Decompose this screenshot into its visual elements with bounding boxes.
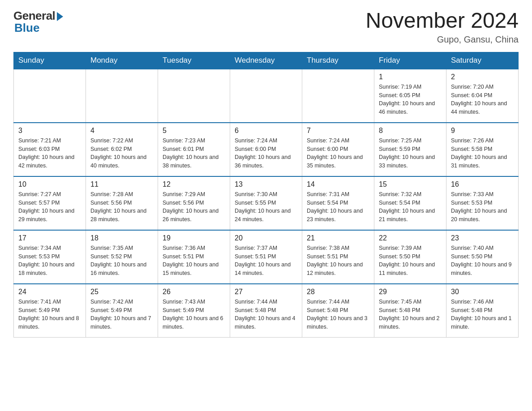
calendar-cell xyxy=(86,69,158,123)
calendar-cell: 14Sunrise: 7:31 AMSunset: 5:54 PMDayligh… xyxy=(302,176,374,230)
day-info: Sunrise: 7:31 AMSunset: 5:54 PMDaylight:… xyxy=(307,190,369,224)
week-row-2: 3Sunrise: 7:21 AMSunset: 6:03 PMDaylight… xyxy=(14,123,519,176)
day-number: 21 xyxy=(307,234,369,242)
day-number: 23 xyxy=(451,234,514,242)
day-number: 15 xyxy=(379,180,442,188)
calendar-cell: 1Sunrise: 7:19 AMSunset: 6:05 PMDaylight… xyxy=(374,69,446,123)
weekday-header-thursday: Thursday xyxy=(302,52,374,69)
day-number: 29 xyxy=(379,288,442,296)
weekday-header-monday: Monday xyxy=(86,52,158,69)
calendar-cell: 21Sunrise: 7:38 AMSunset: 5:51 PMDayligh… xyxy=(302,230,374,284)
day-number: 11 xyxy=(90,180,153,188)
day-info: Sunrise: 7:29 AMSunset: 5:56 PMDaylight:… xyxy=(163,190,225,224)
calendar-table: SundayMondayTuesdayWednesdayThursdayFrid… xyxy=(13,52,519,338)
day-number: 8 xyxy=(379,127,442,135)
day-number: 6 xyxy=(235,127,297,135)
day-number: 30 xyxy=(451,288,514,296)
day-info: Sunrise: 7:27 AMSunset: 5:57 PMDaylight:… xyxy=(18,190,81,224)
day-info: Sunrise: 7:45 AMSunset: 5:48 PMDaylight:… xyxy=(379,298,442,331)
weekday-header-row: SundayMondayTuesdayWednesdayThursdayFrid… xyxy=(14,52,519,69)
calendar-cell: 30Sunrise: 7:46 AMSunset: 5:48 PMDayligh… xyxy=(446,284,519,338)
weekday-header-tuesday: Tuesday xyxy=(158,52,230,69)
calendar-cell: 29Sunrise: 7:45 AMSunset: 5:48 PMDayligh… xyxy=(374,284,446,338)
weekday-header-sunday: Sunday xyxy=(14,52,86,69)
day-info: Sunrise: 7:28 AMSunset: 5:56 PMDaylight:… xyxy=(90,190,153,224)
weekday-header-saturday: Saturday xyxy=(446,52,519,69)
calendar-cell xyxy=(302,69,374,123)
day-info: Sunrise: 7:38 AMSunset: 5:51 PMDaylight:… xyxy=(307,244,369,278)
day-info: Sunrise: 7:44 AMSunset: 5:48 PMDaylight:… xyxy=(307,298,369,331)
day-info: Sunrise: 7:41 AMSunset: 5:49 PMDaylight:… xyxy=(18,298,81,331)
day-info: Sunrise: 7:34 AMSunset: 5:53 PMDaylight:… xyxy=(18,244,81,278)
calendar-cell: 20Sunrise: 7:37 AMSunset: 5:51 PMDayligh… xyxy=(230,230,302,284)
day-info: Sunrise: 7:30 AMSunset: 5:55 PMDaylight:… xyxy=(235,190,297,224)
calendar-cell: 17Sunrise: 7:34 AMSunset: 5:53 PMDayligh… xyxy=(14,230,86,284)
day-info: Sunrise: 7:39 AMSunset: 5:50 PMDaylight:… xyxy=(379,244,442,278)
day-info: Sunrise: 7:22 AMSunset: 6:02 PMDaylight:… xyxy=(90,137,153,170)
calendar-cell: 24Sunrise: 7:41 AMSunset: 5:49 PMDayligh… xyxy=(14,284,86,338)
calendar-cell xyxy=(230,69,302,123)
header: General Blue November 2024 Gupo, Gansu, … xyxy=(13,9,519,45)
day-number: 9 xyxy=(451,127,514,135)
day-info: Sunrise: 7:43 AMSunset: 5:49 PMDaylight:… xyxy=(163,298,225,331)
week-row-3: 10Sunrise: 7:27 AMSunset: 5:57 PMDayligh… xyxy=(14,176,519,230)
weekday-header-wednesday: Wednesday xyxy=(230,52,302,69)
day-info: Sunrise: 7:24 AMSunset: 6:00 PMDaylight:… xyxy=(235,137,297,170)
location: Gupo, Gansu, China xyxy=(365,34,519,45)
week-row-5: 24Sunrise: 7:41 AMSunset: 5:49 PMDayligh… xyxy=(14,284,519,338)
day-info: Sunrise: 7:35 AMSunset: 5:52 PMDaylight:… xyxy=(90,244,153,278)
calendar-cell: 6Sunrise: 7:24 AMSunset: 6:00 PMDaylight… xyxy=(230,123,302,176)
day-info: Sunrise: 7:23 AMSunset: 6:01 PMDaylight:… xyxy=(163,137,225,170)
calendar-cell: 18Sunrise: 7:35 AMSunset: 5:52 PMDayligh… xyxy=(86,230,158,284)
weekday-header-friday: Friday xyxy=(374,52,446,69)
day-info: Sunrise: 7:36 AMSunset: 5:51 PMDaylight:… xyxy=(163,244,225,278)
calendar-cell xyxy=(158,69,230,123)
calendar-cell xyxy=(14,69,86,123)
day-info: Sunrise: 7:40 AMSunset: 5:50 PMDaylight:… xyxy=(451,244,514,278)
day-info: Sunrise: 7:33 AMSunset: 5:53 PMDaylight:… xyxy=(451,190,514,224)
day-number: 14 xyxy=(307,180,369,188)
day-number: 17 xyxy=(18,234,81,242)
calendar-cell: 11Sunrise: 7:28 AMSunset: 5:56 PMDayligh… xyxy=(86,176,158,230)
day-info: Sunrise: 7:26 AMSunset: 5:58 PMDaylight:… xyxy=(451,137,514,170)
calendar-cell: 5Sunrise: 7:23 AMSunset: 6:01 PMDaylight… xyxy=(158,123,230,176)
calendar-cell: 10Sunrise: 7:27 AMSunset: 5:57 PMDayligh… xyxy=(14,176,86,230)
day-info: Sunrise: 7:42 AMSunset: 5:49 PMDaylight:… xyxy=(90,298,153,331)
day-info: Sunrise: 7:21 AMSunset: 6:03 PMDaylight:… xyxy=(18,137,81,170)
day-number: 12 xyxy=(163,180,225,188)
day-number: 24 xyxy=(18,288,81,296)
calendar-cell: 16Sunrise: 7:33 AMSunset: 5:53 PMDayligh… xyxy=(446,176,519,230)
day-number: 26 xyxy=(163,288,225,296)
day-number: 7 xyxy=(307,127,369,135)
day-info: Sunrise: 7:37 AMSunset: 5:51 PMDaylight:… xyxy=(235,244,297,278)
calendar-cell: 9Sunrise: 7:26 AMSunset: 5:58 PMDaylight… xyxy=(446,123,519,176)
day-number: 1 xyxy=(379,73,442,81)
day-number: 22 xyxy=(379,234,442,242)
calendar-cell: 19Sunrise: 7:36 AMSunset: 5:51 PMDayligh… xyxy=(158,230,230,284)
day-number: 10 xyxy=(18,180,81,188)
calendar-cell: 7Sunrise: 7:24 AMSunset: 6:00 PMDaylight… xyxy=(302,123,374,176)
day-info: Sunrise: 7:32 AMSunset: 5:54 PMDaylight:… xyxy=(379,190,442,224)
day-number: 4 xyxy=(90,127,153,135)
day-number: 20 xyxy=(235,234,297,242)
day-info: Sunrise: 7:24 AMSunset: 6:00 PMDaylight:… xyxy=(307,137,369,170)
calendar-cell: 15Sunrise: 7:32 AMSunset: 5:54 PMDayligh… xyxy=(374,176,446,230)
day-info: Sunrise: 7:19 AMSunset: 6:05 PMDaylight:… xyxy=(379,83,442,116)
calendar-cell: 25Sunrise: 7:42 AMSunset: 5:49 PMDayligh… xyxy=(86,284,158,338)
logo: General Blue xyxy=(13,9,63,35)
day-number: 27 xyxy=(235,288,297,296)
calendar-cell: 22Sunrise: 7:39 AMSunset: 5:50 PMDayligh… xyxy=(374,230,446,284)
day-info: Sunrise: 7:46 AMSunset: 5:48 PMDaylight:… xyxy=(451,298,514,331)
day-number: 5 xyxy=(163,127,225,135)
calendar-cell: 13Sunrise: 7:30 AMSunset: 5:55 PMDayligh… xyxy=(230,176,302,230)
logo-arrow-icon xyxy=(57,12,63,21)
calendar-cell: 3Sunrise: 7:21 AMSunset: 6:03 PMDaylight… xyxy=(14,123,86,176)
calendar-cell: 28Sunrise: 7:44 AMSunset: 5:48 PMDayligh… xyxy=(302,284,374,338)
calendar-cell: 27Sunrise: 7:44 AMSunset: 5:48 PMDayligh… xyxy=(230,284,302,338)
calendar-cell: 12Sunrise: 7:29 AMSunset: 5:56 PMDayligh… xyxy=(158,176,230,230)
calendar-cell: 26Sunrise: 7:43 AMSunset: 5:49 PMDayligh… xyxy=(158,284,230,338)
day-number: 16 xyxy=(451,180,514,188)
week-row-1: 1Sunrise: 7:19 AMSunset: 6:05 PMDaylight… xyxy=(14,69,519,123)
calendar-cell: 8Sunrise: 7:25 AMSunset: 5:59 PMDaylight… xyxy=(374,123,446,176)
logo-blue-text: Blue xyxy=(13,21,39,35)
